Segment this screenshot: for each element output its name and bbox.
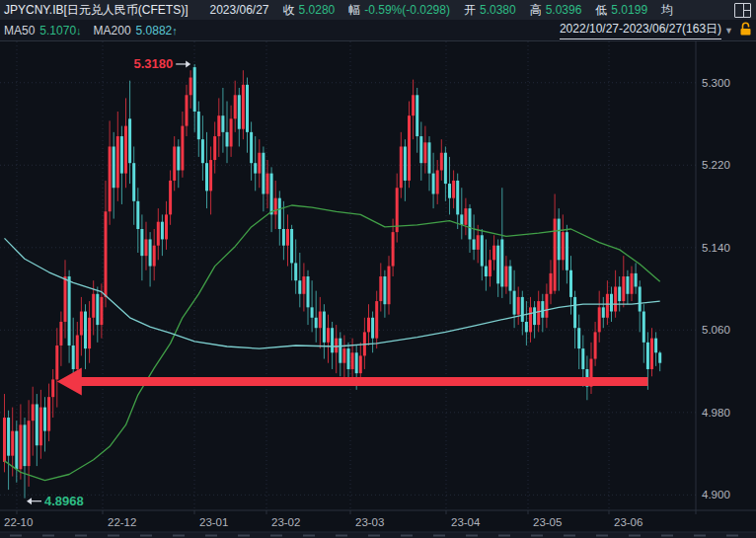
candle-down bbox=[278, 198, 281, 229]
ma200-up-arrow-icon: ↑ bbox=[172, 25, 178, 37]
candle-up bbox=[39, 408, 42, 446]
candle-up bbox=[80, 312, 83, 336]
candle-up bbox=[64, 276, 67, 322]
scrollbar-notch bbox=[140, 535, 152, 537]
y-axis-label: 4.980 bbox=[702, 407, 730, 419]
date-range-selector[interactable]: 2022/10/27-2023/06/27(163日) ▼ bbox=[560, 21, 733, 39]
candle-down bbox=[197, 112, 200, 139]
scrollbar-notch bbox=[466, 535, 478, 537]
ma200-label: MA200 bbox=[94, 24, 131, 38]
candle-up bbox=[375, 301, 378, 339]
quote-field-open: 开5.0380 bbox=[464, 2, 516, 19]
candle-up bbox=[537, 301, 540, 325]
candle-up bbox=[189, 78, 192, 96]
candle-down bbox=[294, 263, 297, 280]
candle-down bbox=[262, 153, 265, 194]
quote-date: 2023/06/27 bbox=[209, 3, 268, 17]
candle-up bbox=[274, 198, 277, 215]
candle-down bbox=[541, 301, 544, 318]
candle-down bbox=[513, 291, 516, 315]
candle-up bbox=[186, 95, 189, 125]
ma-legend-row: MA50 5.1070↓ MA200 5.0882↑ 2022/10/27-20… bbox=[0, 20, 756, 41]
high-annotation-arrow-head bbox=[186, 60, 190, 67]
candle-up bbox=[351, 352, 354, 369]
candle-down bbox=[24, 424, 27, 466]
change-value: -0.59%(-0.0298) bbox=[364, 3, 450, 17]
quote-field-avg: 均 bbox=[661, 2, 677, 19]
trend-arrow-head bbox=[57, 368, 82, 396]
candle-up bbox=[477, 235, 480, 250]
candle-down bbox=[404, 146, 407, 180]
candle-up bbox=[55, 346, 58, 379]
scrollbar-notch bbox=[726, 535, 738, 537]
candle-up bbox=[408, 115, 411, 181]
candle-up bbox=[452, 181, 455, 198]
candle-up bbox=[529, 307, 532, 332]
quote-field-close: 收5.0280 bbox=[283, 2, 336, 19]
candle-down bbox=[521, 297, 524, 322]
candle-down bbox=[282, 229, 285, 246]
candle-down bbox=[72, 346, 75, 369]
scrollbar-notch bbox=[694, 535, 706, 537]
candle-down bbox=[654, 339, 657, 353]
price-chart[interactable]: 5.31804.89685.3005.2205.1405.0604.9804.9… bbox=[0, 0, 756, 538]
candle-down bbox=[315, 318, 318, 328]
candle-down bbox=[419, 136, 422, 163]
y-axis-label: 4.900 bbox=[702, 489, 730, 500]
candle-up bbox=[258, 153, 261, 174]
quote-field-high: 高5.0396 bbox=[530, 2, 582, 19]
candle-up bbox=[266, 174, 269, 194]
candle-down bbox=[460, 214, 463, 224]
scrollbar-notch bbox=[401, 535, 413, 537]
candle-up bbox=[19, 424, 22, 469]
candle-up bbox=[327, 328, 330, 343]
candle-up bbox=[51, 379, 54, 397]
trend-arrow-shaft bbox=[79, 377, 648, 386]
candle-up bbox=[165, 214, 168, 239]
candle-down bbox=[128, 118, 131, 163]
close-value: 5.0280 bbox=[299, 3, 336, 17]
scrollbar-notch bbox=[10, 535, 22, 537]
candle-up bbox=[116, 136, 119, 188]
candle-down bbox=[246, 85, 249, 132]
candle-up bbox=[400, 146, 403, 188]
candle-down bbox=[254, 163, 257, 173]
symbol-title: JPYCNY.IB[日元兑人民币(CFETS)] bbox=[4, 2, 188, 19]
candle-up bbox=[88, 318, 91, 348]
layout-grid-icon[interactable] bbox=[734, 3, 751, 18]
y-axis-label: 5.060 bbox=[702, 324, 730, 336]
candle-down bbox=[68, 276, 71, 346]
candle-down bbox=[573, 297, 576, 328]
candle-down bbox=[201, 139, 204, 163]
x-axis-label: 23-02 bbox=[271, 516, 300, 528]
candle-up bbox=[423, 142, 426, 163]
candle-up bbox=[286, 229, 289, 246]
y-axis-label: 5.220 bbox=[702, 159, 730, 171]
unlock-icon[interactable] bbox=[739, 22, 752, 38]
candle-up bbox=[379, 276, 382, 301]
low-annotation-arrow-head bbox=[27, 498, 32, 504]
candle-down bbox=[635, 273, 638, 287]
candle-up bbox=[181, 126, 184, 171]
candle-up bbox=[213, 136, 216, 160]
x-axis-label: 22-12 bbox=[108, 516, 136, 528]
candle-down bbox=[448, 184, 451, 198]
candle-up bbox=[489, 260, 491, 276]
candle-up bbox=[650, 339, 653, 369]
candle-down bbox=[290, 229, 293, 263]
candle-up bbox=[28, 421, 31, 466]
open-value: 5.0380 bbox=[480, 3, 516, 17]
candle-up bbox=[492, 246, 495, 261]
y-axis-label: 5.140 bbox=[702, 242, 730, 254]
candle-up bbox=[157, 222, 160, 246]
candle-down bbox=[658, 352, 661, 362]
candle-up bbox=[173, 146, 176, 180]
candle-up bbox=[545, 294, 548, 318]
candle-down bbox=[481, 235, 484, 266]
candle-down bbox=[509, 267, 512, 291]
candle-down bbox=[432, 174, 435, 194]
candle-up bbox=[319, 312, 322, 329]
candle-down bbox=[298, 280, 301, 294]
scrollbar-notch bbox=[108, 535, 119, 537]
candle-down bbox=[15, 431, 18, 470]
